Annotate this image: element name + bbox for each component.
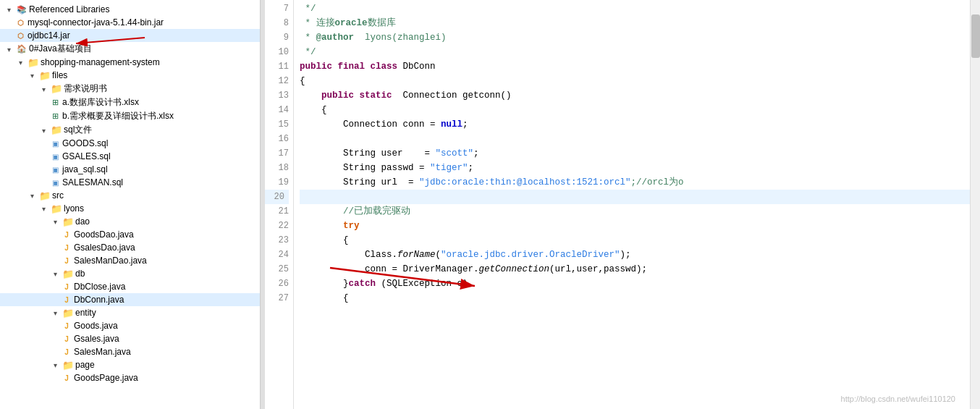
tree-item-db[interactable]: 📁 db: [0, 267, 260, 280]
tree-item-java-project[interactable]: 🏠 0#Java基础项目: [0, 42, 260, 56]
tree-label: DbClose.java: [74, 282, 125, 292]
java-file-icon: J: [61, 229, 72, 240]
tree-label: db: [75, 269, 85, 279]
scrollbar-thumb[interactable]: [971, 14, 980, 58]
tree-item-page[interactable]: 📁 page: [0, 358, 260, 371]
code-line-26: }catch (SQLException e): [300, 277, 970, 291]
tree-item-mysql-jar[interactable]: ⬡ mysql-connector-java-5.1.44-bin.jar: [0, 16, 260, 29]
folder-icon: 📁: [28, 56, 39, 68]
code-line-20: [300, 190, 970, 204]
code-line-21: //已加载完驱动: [300, 204, 970, 219]
tree-label: entity: [75, 308, 96, 318]
arrow-down-icon: [49, 359, 61, 371]
file-tree[interactable]: 📚 Referenced Libraries ⬡ mysql-connector…: [0, 0, 261, 409]
tree-item-salesman-entity[interactable]: J SalesMan.java: [0, 345, 260, 358]
tree-label: GSALES.sql: [62, 151, 111, 161]
tree-item-shopping[interactable]: 📁 shopping-management-system: [0, 56, 260, 69]
arrow-down-icon: [49, 268, 61, 279]
java-file-icon: J: [61, 281, 72, 292]
tree-label: lyons: [64, 203, 84, 214]
tree-label: sql文件: [64, 124, 92, 136]
tree-item-dbclose[interactable]: J DbClose.java: [0, 280, 260, 293]
tree-item-goods-sql[interactable]: ▣ GOODS.sql: [0, 137, 260, 150]
tree-label: b.需求概要及详细设计书.xlsx: [62, 110, 174, 122]
tree-item-dao[interactable]: 📁 dao: [0, 215, 260, 228]
folder-icon: 📁: [39, 190, 51, 201]
code-line-18: String passwd = "tiger";: [300, 161, 970, 175]
tree-item-gsales-dao[interactable]: J GsalesDao.java: [0, 241, 260, 254]
code-line-14: {: [300, 103, 970, 117]
tree-label: src: [52, 190, 64, 201]
tree-item-requirements[interactable]: 📁 需求说明书: [0, 82, 260, 96]
arrow-down-icon: [26, 69, 38, 81]
tree-item-entity[interactable]: 📁 entity: [0, 306, 260, 319]
code-line-15: Connection conn = null;: [300, 117, 970, 132]
tree-label: GoodsPage.java: [74, 373, 138, 383]
tree-label: SalesMan.java: [74, 347, 131, 357]
tree-label: shopping-management-system: [41, 57, 160, 67]
folder-icon: 📁: [51, 203, 62, 214]
tree-label: dao: [75, 216, 90, 227]
tree-item-salesman-dao[interactable]: J SalesManDao.java: [0, 254, 260, 267]
code-line-23: {: [300, 233, 970, 248]
tree-item-goods-entity[interactable]: J Goods.java: [0, 319, 260, 332]
java-file-icon: J: [61, 242, 72, 253]
java-file-icon: J: [61, 294, 72, 305]
tree-item-ref-libs[interactable]: 📚 Referenced Libraries: [0, 3, 260, 16]
java-file-icon: J: [61, 346, 72, 358]
arrow-down-icon: [49, 307, 61, 319]
code-line-22: try: [300, 219, 970, 233]
tree-label: files: [52, 70, 67, 80]
code-content: 7 8 9 10 11 12 13 14 15 16 17 18 19 20 2…: [265, 0, 980, 409]
tree-item-goods-dao[interactable]: J GoodsDao.java: [0, 228, 260, 241]
arrow-down-icon: [38, 125, 49, 136]
tree-item-gsales-entity[interactable]: J Gsales.java: [0, 332, 260, 345]
tree-item-dbconn[interactable]: J DbConn.java: [0, 293, 260, 306]
tree-item-goods-page[interactable]: J GoodsPage.java: [0, 371, 260, 384]
scrollbar-track[interactable]: [970, 0, 980, 409]
java-file-icon: J: [61, 372, 72, 384]
code-line-16: [300, 132, 970, 146]
tree-item-ojdbc-jar[interactable]: ⬡ ojdbc14.jar: [0, 29, 260, 42]
tree-label: Gsales.java: [74, 334, 119, 344]
tree-label: ojdbc14.jar: [28, 30, 70, 41]
watermark: http://blog.csdn.net/wufei110120: [841, 392, 955, 406]
tree-label: a.数据库设计书.xlsx: [62, 96, 139, 109]
folder-icon: 📁: [39, 69, 51, 81]
tree-label: page: [75, 360, 95, 370]
project-icon: 🏠: [16, 43, 28, 55]
java-file-icon: J: [61, 320, 72, 332]
arrow-down-icon: [3, 43, 14, 55]
java-file-icon: J: [61, 255, 72, 266]
sql-file-icon: ▣: [49, 164, 61, 175]
tree-label: DbConn.java: [74, 295, 124, 305]
arrow-down-icon: [38, 203, 49, 214]
code-line-25: conn = DriverManager.getConnection(url,u…: [300, 262, 970, 277]
code-line-10: */: [300, 45, 970, 59]
sql-file-icon: ▣: [49, 138, 61, 149]
code-line-27: {: [300, 291, 970, 305]
java-file-icon: J: [61, 333, 72, 345]
tree-label: 需求说明书: [64, 83, 107, 95]
tree-label: java_sql.sql: [62, 164, 108, 174]
tree-label: SALESMAN.sql: [62, 177, 123, 187]
tree-item-req-detail[interactable]: ⊞ b.需求概要及详细设计书.xlsx: [0, 109, 260, 123]
arrow-down-icon: [38, 83, 49, 95]
tree-item-salesman-sql[interactable]: ▣ SALESMAN.sql: [0, 176, 260, 189]
tree-label: GsalesDao.java: [74, 243, 135, 253]
code-line-7: */: [300, 1, 970, 16]
tree-label: GOODS.sql: [62, 138, 108, 148]
sql-file-icon: ▣: [49, 151, 61, 162]
tree-item-db-design[interactable]: ⊞ a.数据库设计书.xlsx: [0, 96, 260, 109]
jar-icon: ⬡: [14, 17, 26, 28]
folder-icon: 📁: [51, 83, 62, 95]
excel-icon: ⊞: [49, 97, 61, 109]
folder-icon: 📁: [51, 125, 62, 136]
tree-item-java-sql[interactable]: ▣ java_sql.sql: [0, 163, 260, 176]
tree-item-sql-folder[interactable]: 📁 sql文件: [0, 123, 260, 137]
tree-item-files[interactable]: 📁 files: [0, 69, 260, 82]
tree-item-lyons[interactable]: 📁 lyons: [0, 202, 260, 215]
tree-item-src[interactable]: 📁 src: [0, 189, 260, 202]
tree-item-gsales-sql[interactable]: ▣ GSALES.sql: [0, 150, 260, 163]
excel-icon: ⊞: [49, 111, 61, 122]
